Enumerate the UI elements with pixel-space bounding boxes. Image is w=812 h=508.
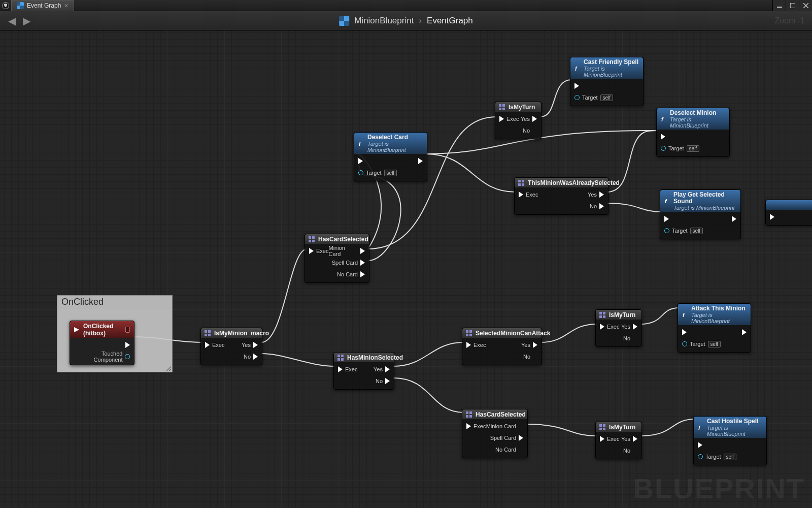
exec-out-pin[interactable] bbox=[732, 216, 736, 222]
exec-nocard-pin[interactable] bbox=[360, 271, 365, 277]
exec-out-pin[interactable] bbox=[418, 158, 423, 164]
self-pill[interactable]: self bbox=[690, 228, 703, 234]
exec-no-pin[interactable] bbox=[532, 128, 537, 134]
node-header[interactable]: IsMyMinion_macro bbox=[201, 328, 262, 338]
node-onclicked-hitbox[interactable]: OnClicked (hitbox) Touched Component bbox=[70, 321, 134, 365]
exec-yes-pin[interactable] bbox=[633, 436, 637, 442]
node-header[interactable]: f Cast Hostile SpellTarget is MinionBlue… bbox=[694, 417, 766, 438]
window-close-button[interactable] bbox=[799, 0, 812, 11]
exec-yes-pin[interactable] bbox=[533, 342, 537, 348]
exec-no-pin[interactable] bbox=[633, 448, 637, 454]
node-deselect-card[interactable]: f Deselect CardTarget is MinionBlueprint… bbox=[354, 132, 427, 181]
target-pin[interactable] bbox=[358, 170, 363, 175]
exec-no-pin[interactable] bbox=[533, 354, 537, 360]
node-ismyturn-2[interactable]: IsMyTurn ExecYes No bbox=[595, 309, 642, 347]
exec-no-pin[interactable] bbox=[385, 378, 390, 384]
exec-in-pin[interactable] bbox=[309, 248, 314, 254]
exec-yes-pin[interactable] bbox=[532, 116, 537, 122]
exec-in-pin[interactable] bbox=[574, 83, 579, 89]
exec-no-pin[interactable] bbox=[253, 354, 258, 360]
node-header[interactable]: IsMyTurn bbox=[495, 102, 541, 112]
exec-in-pin[interactable] bbox=[600, 324, 604, 330]
node-selectedminioncanattack[interactable]: SelectedMinionCanAttack ExecYes No bbox=[462, 328, 542, 365]
node-header[interactable]: HasMinionSelected bbox=[334, 353, 394, 362]
node-attack-this-minion[interactable]: f Attack This MinionTarget is MinionBlue… bbox=[678, 303, 751, 353]
exec-in-pin[interactable] bbox=[466, 423, 471, 429]
exec-yes-pin[interactable] bbox=[385, 366, 390, 372]
node-header[interactable]: IsMyTurn bbox=[596, 310, 641, 320]
node-header[interactable] bbox=[766, 200, 812, 210]
node-header[interactable]: ThisMinionWasAlreadySelected bbox=[515, 178, 608, 187]
data-out-pin[interactable] bbox=[125, 354, 130, 359]
comment-resize-handle[interactable] bbox=[165, 365, 171, 371]
node-header[interactable]: f Deselect MinionTarget is MinionBluepri… bbox=[657, 108, 729, 130]
node-hascardselected-2[interactable]: HasCardSelected ExecMinion Card Spell Ca… bbox=[462, 409, 528, 458]
nav-forward-icon[interactable]: ▶ bbox=[23, 15, 30, 27]
exec-yes-pin[interactable] bbox=[599, 192, 604, 198]
target-pin[interactable] bbox=[682, 341, 687, 346]
node-header[interactable]: f Play Get Selected SoundTarget is Minio… bbox=[660, 190, 740, 212]
self-pill[interactable]: self bbox=[384, 170, 397, 176]
exec-no-pin[interactable] bbox=[633, 335, 637, 341]
node-hascardselected-1[interactable]: HasCardSelected ExecMinion Card Spell Ca… bbox=[304, 234, 369, 283]
self-pill[interactable]: self bbox=[708, 341, 721, 347]
exec-in-pin[interactable] bbox=[358, 158, 363, 164]
node-header[interactable]: SelectedMinionCanAttack bbox=[462, 328, 542, 338]
exec-yes-pin[interactable] bbox=[253, 342, 258, 348]
exec-out-pin[interactable] bbox=[634, 83, 639, 89]
exec-in-pin[interactable] bbox=[205, 342, 210, 348]
node-hasminionselected[interactable]: HasMinionSelected ExecYes No bbox=[333, 352, 394, 390]
exec-out-pin[interactable] bbox=[742, 329, 747, 335]
node-header[interactable]: OnClicked (hitbox) bbox=[70, 321, 134, 338]
exec-spellcard-pin[interactable] bbox=[519, 435, 523, 441]
exec-in-pin[interactable] bbox=[770, 214, 774, 220]
delegate-pin-icon[interactable] bbox=[125, 327, 130, 333]
exec-out-pin[interactable] bbox=[721, 134, 725, 140]
exec-no-pin[interactable] bbox=[599, 203, 604, 209]
node-header[interactable]: HasCardSelected bbox=[462, 409, 527, 419]
node-thisminion-already-selected[interactable]: ThisMinionWasAlreadySelected ExecYes No bbox=[514, 177, 608, 215]
node-offscreen-right[interactable] bbox=[765, 200, 812, 226]
exec-in-pin[interactable] bbox=[698, 442, 702, 448]
node-header[interactable]: f Attack This MinionTarget is MinionBlue… bbox=[678, 304, 751, 325]
nav-back-icon[interactable]: ◀ bbox=[8, 15, 16, 27]
exec-nocard-pin[interactable] bbox=[519, 447, 523, 453]
node-ismyturn-1[interactable]: IsMyTurn ExecYes No bbox=[495, 102, 542, 139]
exec-minioncard-pin[interactable] bbox=[360, 248, 365, 254]
tab-event-graph[interactable]: Event Graph × bbox=[11, 0, 74, 11]
self-pill[interactable]: self bbox=[724, 454, 737, 460]
node-ismyturn-3[interactable]: IsMyTurn ExecYes No bbox=[595, 422, 642, 459]
exec-in-pin[interactable] bbox=[600, 436, 604, 442]
exec-spellcard-pin[interactable] bbox=[360, 260, 365, 266]
self-pill[interactable]: self bbox=[600, 94, 614, 101]
exec-in-pin[interactable] bbox=[519, 192, 523, 198]
node-deselect-minion[interactable]: f Deselect MinionTarget is MinionBluepri… bbox=[656, 108, 730, 157]
graph-canvas[interactable]: OnClicked OnClicked (hitbox) Touched Com… bbox=[0, 30, 812, 508]
exec-in-pin[interactable] bbox=[664, 216, 669, 222]
exec-in-pin[interactable] bbox=[338, 366, 343, 372]
target-pin[interactable] bbox=[664, 228, 669, 233]
breadcrumb-blueprint[interactable]: MinionBlueprint bbox=[354, 16, 414, 26]
tab-close-icon[interactable]: × bbox=[64, 2, 68, 9]
self-pill[interactable]: self bbox=[687, 145, 700, 152]
exec-minioncard-pin[interactable] bbox=[519, 423, 523, 429]
window-maximize-button[interactable] bbox=[786, 0, 799, 11]
exec-out-pin[interactable] bbox=[125, 342, 130, 348]
node-play-get-selected-sound[interactable]: f Play Get Selected SoundTarget is Minio… bbox=[660, 189, 741, 239]
comment-title[interactable]: OnClicked bbox=[57, 296, 172, 309]
breadcrumb-graph[interactable]: EventGraph bbox=[427, 16, 473, 26]
exec-out-pin[interactable] bbox=[758, 442, 762, 448]
target-pin[interactable] bbox=[661, 146, 666, 151]
node-header[interactable]: HasCardSelected bbox=[305, 234, 369, 244]
exec-yes-pin[interactable] bbox=[633, 324, 637, 330]
node-cast-hostile-spell[interactable]: f Cast Hostile SpellTarget is MinionBlue… bbox=[693, 416, 767, 465]
exec-in-pin[interactable] bbox=[466, 342, 471, 348]
exec-in-pin[interactable] bbox=[682, 329, 687, 335]
node-header[interactable]: f Cast Friendly SpellTarget is MinionBlu… bbox=[570, 57, 643, 79]
target-pin[interactable] bbox=[574, 95, 580, 100]
target-pin[interactable] bbox=[698, 454, 703, 459]
node-cast-friendly-spell[interactable]: f Cast Friendly SpellTarget is MinionBlu… bbox=[570, 57, 644, 106]
node-ismyminion-macro[interactable]: IsMyMinion_macro ExecYes No bbox=[200, 328, 262, 365]
exec-in-pin[interactable] bbox=[661, 134, 665, 140]
exec-in-pin[interactable] bbox=[499, 116, 504, 122]
